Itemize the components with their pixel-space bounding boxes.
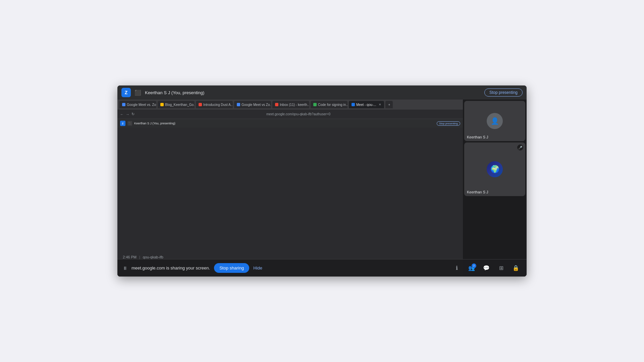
tab-favicon-2 [160, 103, 164, 106]
bottom-bar: ⏸ meet.google.com is sharing your screen… [117, 259, 527, 277]
activities-button[interactable]: ⊞ [496, 263, 506, 274]
tab-1[interactable]: Google Meet vs. Zo... [119, 101, 156, 108]
participants-panel: 👤 Keerthan S J 🎤 🌍 Keerthan S J [463, 100, 527, 277]
avatar-2: 🌍 [487, 161, 503, 177]
browser-viewport: Google Meet vs. Zo... Blog_Keerthan_Go..… [117, 100, 463, 277]
tab-favicon-4 [237, 103, 240, 106]
participant-card-1: 👤 Keerthan S J [464, 101, 525, 141]
stop-presenting-button[interactable]: Stop presenting [484, 88, 523, 97]
stop-sharing-button[interactable]: Stop sharing [214, 263, 249, 273]
tab-label-5: Inbox (11) - keerth... [280, 103, 309, 107]
tab-label-1: Google Meet vs. Zo... [127, 103, 156, 107]
main-content: Google Meet vs. Zo... Blog_Keerthan_Go..… [117, 100, 527, 277]
tab-5[interactable]: Inbox (11) - keerth... [272, 101, 309, 108]
tab-label-2: Blog_Keerthan_Go... [165, 103, 195, 107]
nested-stop-presenting-button[interactable]: Stop presenting [437, 121, 460, 126]
nav-reload-icon[interactable]: ↻ [131, 112, 135, 116]
top-bar: Z ⬛ Keerthan S J (You, presenting) Stop … [117, 85, 527, 100]
sharing-text: meet.google.com is sharing your screen. [131, 265, 210, 270]
activities-icon: ⊞ [499, 265, 503, 271]
tab-4[interactable]: Google Meet vs Zo... [234, 101, 271, 108]
tab-favicon-3 [199, 103, 202, 106]
avatar-1: 👤 [487, 113, 503, 129]
tab-label-6: Code for signing in... [318, 103, 347, 107]
meet-window: Z ⬛ Keerthan S J (You, presenting) Stop … [117, 85, 527, 277]
tab-close-icon[interactable]: ✕ [379, 103, 381, 106]
nested-tabbar: Google Meet vs. Zo... Blog_Keerthan_Go..… [117, 100, 463, 110]
tab-favicon-7 [352, 103, 355, 106]
nested-urlbar: ← → ↻ meet.google.com/qou-qkab-ifb?authu… [117, 110, 463, 119]
info-separator: | [139, 255, 140, 259]
nested-presenting-label: Keerthan S J (You, presenting) [134, 122, 435, 125]
info-icon: ℹ [456, 265, 458, 271]
hide-link[interactable]: Hide [253, 265, 262, 270]
people-badge: 2 [472, 263, 476, 268]
bottom-info: 2:46 PM | qou-qkab-ifb [117, 255, 169, 259]
new-tab-btn[interactable]: + [385, 101, 393, 108]
nested-meet-bar: Z ⬛ Keerthan S J (You, presenting) Stop … [117, 119, 463, 128]
info-button[interactable]: ℹ [451, 263, 462, 274]
tab-6[interactable]: Code for signing in... [311, 101, 347, 108]
tab-favicon-1 [122, 103, 125, 106]
chat-button[interactable]: 💬 [481, 263, 492, 274]
safety-icon: 🔒 [513, 265, 519, 271]
people-button[interactable]: 👥 2 [466, 263, 477, 274]
meeting-code: qou-qkab-ifb [143, 255, 163, 259]
tab-3[interactable]: Introducing Dust A... [196, 101, 233, 108]
presenting-label: Keerthan S J (You, presenting) [145, 90, 481, 95]
safety-button[interactable]: 🔒 [511, 263, 521, 274]
meeting-time: 2:46 PM [123, 255, 137, 259]
nested-browser: Google Meet vs. Zo... Blog_Keerthan_Go..… [117, 100, 463, 277]
participant-name-2: Keerthan S J [467, 190, 488, 194]
meet-logo-icon: Z [121, 88, 131, 97]
pause-icon: ⏸ [123, 265, 127, 271]
nested-screen-icon: ⬛ [127, 121, 132, 126]
tab-favicon-5 [275, 103, 278, 106]
tab-2[interactable]: Blog_Keerthan_Go... [158, 101, 195, 108]
url-bar[interactable]: meet.google.com/qou-qkab-ifb?authuser=0 [137, 112, 460, 116]
tab-7-active[interactable]: Meet - qou-... ✕ [349, 101, 384, 108]
nested-meet-logo: Z [120, 121, 125, 126]
participant-card-2: 🎤 🌍 Keerthan S J [464, 142, 525, 196]
nav-forward-icon[interactable]: → [126, 112, 129, 116]
participant-avatar-2: 🌍 [464, 142, 525, 196]
participant-name-1: Keerthan S J [467, 135, 488, 139]
mute-icon-2: 🎤 [517, 144, 523, 150]
nav-back-icon[interactable]: ← [120, 112, 124, 116]
tab-label-4: Google Meet vs Zo... [241, 103, 271, 107]
tab-label-3: Introducing Dust A... [203, 103, 233, 107]
screen-share-icon: ⬛ [134, 89, 142, 96]
tab-label-7: Meet - qou-... [356, 103, 376, 107]
tab-favicon-6 [313, 103, 317, 106]
chat-icon: 💬 [483, 265, 490, 271]
